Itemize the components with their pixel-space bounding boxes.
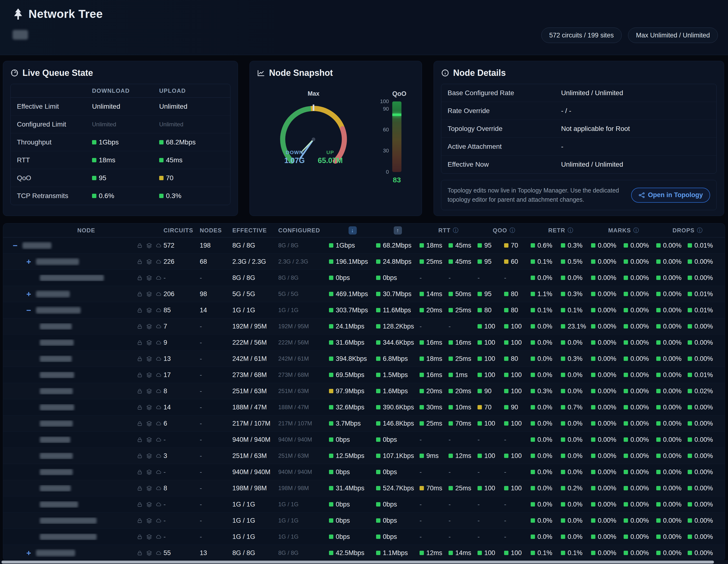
table-row[interactable]: --1G / 1G1G / 1G0bps0bps----0.0%0.0%0.00…: [3, 513, 725, 529]
metric-value: -: [504, 274, 531, 282]
metric-value: -: [504, 533, 531, 541]
node-status-icons: [137, 518, 162, 524]
expand-toggle[interactable]: +: [26, 257, 36, 266]
column-header-rtt: RTTⓘ: [420, 227, 478, 234]
detail-value: -: [561, 143, 710, 150]
status-square: [688, 292, 692, 296]
metric-value: -: [420, 533, 449, 541]
lock-icon: [137, 437, 143, 443]
node-cell: [9, 420, 164, 427]
info-icon[interactable]: ⓘ: [453, 227, 459, 234]
table-row[interactable]: --1G / 1G1G / 1G0bps0bps----0.0%0.0%0.00…: [3, 496, 725, 513]
info-icon[interactable]: ⓘ: [510, 227, 515, 234]
table-row[interactable]: +226682.3G / 2.3G2.3G / 2.3G196.1Mbps24.…: [3, 254, 725, 270]
table-row[interactable]: 8-198M / 98M198M / 98M31.4Mbps524.7Kbps7…: [3, 480, 725, 496]
open-in-topology-button[interactable]: Open in Topology: [631, 188, 710, 203]
status-square: [688, 308, 692, 312]
cloud-icon: [156, 518, 162, 524]
status-square: [329, 243, 333, 248]
metric-value: 0.0%: [561, 533, 591, 541]
status-square: [561, 373, 565, 377]
metric-value: 0.00%: [624, 517, 656, 524]
expand-toggle[interactable]: +: [26, 290, 36, 298]
metric-value: 0.0%: [561, 371, 591, 379]
node-name-redacted: [40, 356, 72, 362]
table-row[interactable]: −85141G / 1G1G / 1G303.7Mbps11.6Mbps20ms…: [3, 302, 725, 318]
layers-icon: [146, 388, 152, 394]
node-cell: [9, 356, 164, 362]
qoo-title: QoO: [392, 90, 401, 98]
metric-value: -: [478, 274, 504, 282]
node-status-icons: [137, 356, 162, 362]
metric-value: 0.00%: [656, 290, 688, 298]
cell-effective: 8G / 8G: [232, 242, 278, 249]
metric-value: 0.00%: [624, 274, 656, 282]
table-row[interactable]: --940M / 940M940M / 940M0bps0bps----0.0%…: [3, 464, 725, 480]
cell-effective: 2.3G / 2.3G: [232, 258, 278, 265]
cell-effective: 8G / 8G: [232, 549, 278, 557]
info-icon[interactable]: ⓘ: [568, 227, 573, 234]
cell-configured: 940M / 940M: [278, 469, 329, 475]
expand-toggle[interactable]: −: [26, 306, 36, 314]
column-header-marks: MARKSⓘ: [591, 227, 656, 234]
metric-value: 0.00%: [591, 323, 624, 330]
metric-value: 100: [478, 420, 504, 427]
status-square: [478, 357, 482, 361]
node-name-redacted: [40, 469, 73, 475]
status-square: [420, 308, 424, 312]
table-row[interactable]: +206985G / 5G5G / 5G469.1Mbps30.7Mbps14m…: [3, 286, 725, 302]
horizontal-scrollbar-thumb[interactable]: [1, 561, 714, 564]
expand-toggle[interactable]: −: [13, 241, 22, 250]
cell-nodes: -: [200, 387, 232, 395]
table-row[interactable]: 3-251M / 63M251M / 63M12.5Mbps107.1Kbps9…: [3, 448, 725, 464]
status-square: [561, 454, 565, 458]
metric-value: 1Gbps: [92, 138, 159, 146]
status-square: [656, 502, 661, 507]
table-row[interactable]: 7-192M / 95M192M / 95M24.1Mbps128.2Kbps-…: [3, 318, 725, 335]
metric-value: -: [478, 436, 504, 443]
layers-icon: [146, 259, 152, 265]
info-icon[interactable]: ⓘ: [697, 227, 703, 234]
metric-value: -: [420, 517, 449, 524]
table-row[interactable]: 9-222M / 56M222M / 56M31.6Mbps344.6Kbps1…: [3, 335, 725, 351]
metric-value: 90: [504, 404, 531, 411]
expand-toggle[interactable]: +: [26, 549, 36, 557]
lock-icon: [137, 323, 143, 329]
node-cell: +: [9, 549, 164, 557]
cell-nodes: -: [200, 517, 232, 524]
status-square: [656, 340, 661, 345]
status-square: [624, 502, 628, 507]
cell-configured: 1G / 1G: [278, 533, 329, 540]
metric-value: 0.7%: [561, 404, 591, 411]
layers-icon: [146, 550, 152, 556]
status-square: [504, 373, 508, 377]
status-square: [531, 502, 535, 507]
status-square: [591, 389, 595, 393]
info-icon[interactable]: ⓘ: [633, 227, 639, 234]
cell-effective: 242M / 61M: [232, 355, 278, 363]
metric-value: 80: [504, 290, 531, 298]
status-square: [561, 518, 565, 523]
table-row[interactable]: 17-273M / 68M273M / 68M69.5Mbps1.5Mbps16…: [3, 367, 725, 383]
cell-nodes: -: [200, 452, 232, 460]
table-row[interactable]: −5721988G / 8G8G / 8G1Gbps68.2Mbps18ms45…: [3, 237, 725, 254]
table-row[interactable]: 13-242M / 61M242M / 61M394.8Kbps6.8Mbps1…: [3, 351, 725, 367]
layers-icon: [146, 534, 152, 540]
metric-value: 0.00%: [656, 355, 688, 363]
metric-value: 0.00%: [656, 420, 688, 427]
table-row[interactable]: 6-217M / 107M217M / 107M3.7Mbps146.8Kbps…: [3, 415, 725, 432]
metric-value: 45ms: [159, 156, 224, 164]
table-row[interactable]: +55138G / 8G8G / 8G42.5Mbps1.1Mbps12ms14…: [3, 545, 725, 561]
qoo-tick-label: 90: [383, 106, 389, 112]
table-row[interactable]: --1G / 1G1G / 1G0bps0bps----0.0%0.0%0.00…: [3, 529, 725, 545]
metric-value: 0.0%: [561, 274, 591, 282]
metric-value: 0.3%: [159, 192, 224, 200]
table-row[interactable]: --8G / 8G8G / 8G0bps0bps----0.0%0.0%0.00…: [3, 270, 725, 286]
metric-value: 0.00%: [656, 517, 688, 524]
qoo-tick-label: 100: [380, 98, 389, 105]
cloud-icon: [156, 453, 162, 459]
table-row[interactable]: --940M / 940M940M / 940M0bps0bps----0.0%…: [3, 432, 725, 448]
table-row[interactable]: 14-188M / 47M188M / 47M32.6Mbps390.6Kbps…: [3, 399, 725, 415]
table-row[interactable]: 8-251M / 63M251M / 63M97.9Mbps1.6Mbps20m…: [3, 383, 725, 399]
node-details-rows: Base Configured RateUnlimited / Unlimite…: [441, 84, 717, 174]
